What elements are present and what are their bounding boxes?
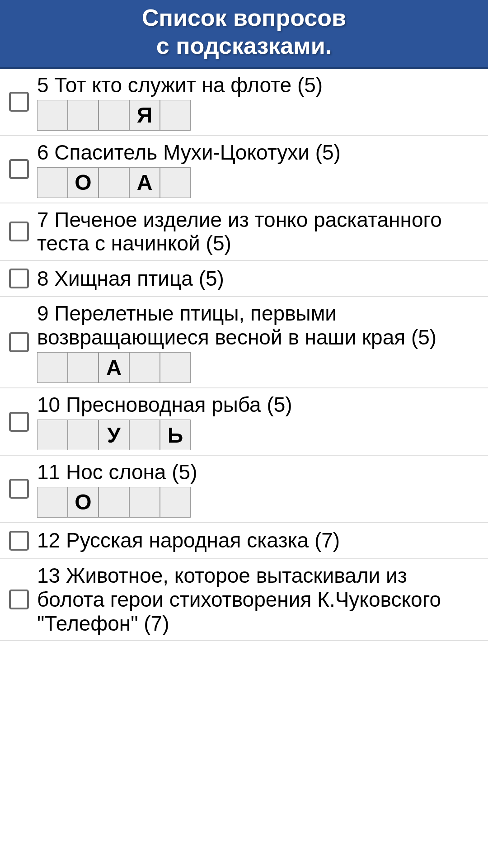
question-text: 6 Спаситель Мухи-Цокотухи (5) (37, 141, 479, 165)
letter-grid: О (37, 487, 479, 518)
question-content: 9 Перелетные птицы, первыми возвращающие… (37, 302, 479, 383)
question-text: 13 Животное, которое вытаскивали из боло… (37, 564, 479, 636)
question-content: 12 Русская народная сказка (7) (37, 528, 479, 552)
question-item[interactable]: 8 Хищная птица (5) (0, 261, 488, 297)
question-text: 5 Тот кто служит на флоте (5) (37, 73, 479, 97)
question-list: 5 Тот кто служит на флоте (5)Я6 Спасител… (0, 69, 488, 641)
question-item[interactable]: 5 Тот кто служит на флоте (5)Я (0, 69, 488, 136)
checkbox[interactable] (9, 590, 29, 609)
question-item[interactable]: 10 Пресноводная рыба (5)УЬ (0, 388, 488, 456)
letter-cell[interactable] (37, 487, 68, 518)
question-text: 11 Нос слона (5) (37, 460, 479, 484)
letter-cell[interactable] (37, 167, 68, 198)
question-item[interactable]: 7 Печеное изделие из тонко раскатанного … (0, 203, 488, 261)
checkbox[interactable] (9, 269, 29, 288)
question-content: 11 Нос слона (5)О (37, 460, 479, 518)
letter-cell[interactable]: А (129, 167, 160, 198)
question-content: 10 Пресноводная рыба (5)УЬ (37, 393, 479, 450)
checkbox-wrapper (9, 479, 29, 499)
letter-cell[interactable] (160, 352, 191, 383)
letter-cell[interactable] (129, 352, 160, 383)
letter-cell[interactable] (37, 420, 68, 450)
letter-grid: УЬ (37, 420, 479, 450)
letter-cell[interactable] (129, 487, 160, 518)
question-text: 9 Перелетные птицы, первыми возвращающие… (37, 302, 479, 349)
question-item[interactable]: 12 Русская народная сказка (7) (0, 523, 488, 559)
checkbox[interactable] (9, 159, 29, 179)
checkbox[interactable] (9, 92, 29, 112)
letter-cell[interactable] (68, 352, 99, 383)
checkbox[interactable] (9, 531, 29, 551)
checkbox[interactable] (9, 479, 29, 499)
checkbox-wrapper (9, 269, 29, 288)
checkbox[interactable] (9, 412, 29, 432)
letter-cell[interactable]: Ь (160, 420, 191, 450)
letter-cell[interactable]: А (99, 352, 129, 383)
letter-cell[interactable] (129, 420, 160, 450)
letter-cell[interactable]: О (68, 487, 99, 518)
question-content: 8 Хищная птица (5) (37, 267, 479, 291)
letter-cell[interactable] (68, 100, 99, 131)
letter-grid: А (37, 352, 479, 383)
question-item[interactable]: 6 Спаситель Мухи-Цокотухи (5)ОА (0, 136, 488, 203)
letter-cell[interactable]: У (99, 420, 129, 450)
checkbox[interactable] (9, 332, 29, 352)
header-title-line1: Список вопросов (142, 5, 346, 31)
checkbox-wrapper (9, 531, 29, 551)
checkbox-wrapper (9, 92, 29, 112)
letter-grid: ОА (37, 167, 479, 198)
checkbox-wrapper (9, 412, 29, 432)
question-content: 6 Спаситель Мухи-Цокотухи (5)ОА (37, 141, 479, 198)
letter-grid: Я (37, 100, 479, 131)
question-item[interactable]: 11 Нос слона (5)О (0, 456, 488, 523)
page-header: Список вопросов с подсказками. (0, 0, 488, 69)
letter-cell[interactable] (160, 100, 191, 131)
question-content: 5 Тот кто служит на флоте (5)Я (37, 73, 479, 131)
letter-cell[interactable] (68, 420, 99, 450)
letter-cell[interactable]: О (68, 167, 99, 198)
letter-cell[interactable]: Я (129, 100, 160, 131)
letter-cell[interactable] (99, 167, 129, 198)
checkbox-wrapper (9, 332, 29, 352)
checkbox-wrapper (9, 590, 29, 609)
letter-cell[interactable] (160, 487, 191, 518)
question-text: 7 Печеное изделие из тонко раскатанного … (37, 208, 479, 256)
question-item[interactable]: 9 Перелетные птицы, первыми возвращающие… (0, 297, 488, 388)
letter-cell[interactable] (99, 100, 129, 131)
letter-cell[interactable] (160, 167, 191, 198)
question-content: 13 Животное, которое вытаскивали из боло… (37, 564, 479, 636)
checkbox-wrapper (9, 222, 29, 241)
question-text: 12 Русская народная сказка (7) (37, 528, 479, 552)
question-text: 10 Пресноводная рыба (5) (37, 393, 479, 417)
letter-cell[interactable] (99, 487, 129, 518)
letter-cell[interactable] (37, 352, 68, 383)
question-item[interactable]: 13 Животное, которое вытаскивали из боло… (0, 559, 488, 641)
question-text: 8 Хищная птица (5) (37, 267, 479, 291)
letter-cell[interactable] (37, 100, 68, 131)
header-title-line2: с подсказками. (156, 33, 332, 59)
checkbox-wrapper (9, 159, 29, 179)
checkbox[interactable] (9, 222, 29, 241)
question-content: 7 Печеное изделие из тонко раскатанного … (37, 208, 479, 256)
